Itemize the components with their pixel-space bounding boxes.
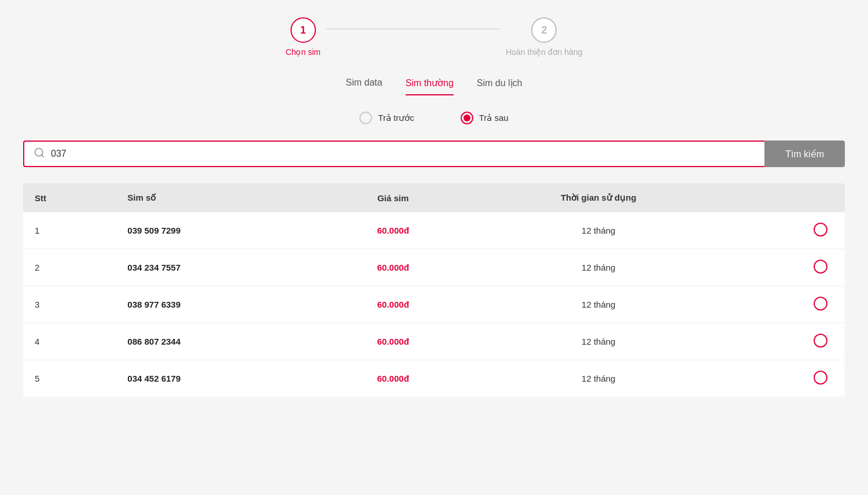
cell-select[interactable] [730, 212, 845, 249]
cell-gia-sim: 60.000đ [319, 323, 466, 360]
radio-tra-sau-label: Trả sau [479, 113, 509, 123]
sim-table-container: Stt Sim số Giá sim Thời gian sử dụng 1 0… [23, 183, 845, 397]
sim-type-tabs: Sim data Sim thường Sim du lịch [23, 77, 845, 95]
radio-tra-truoc[interactable]: Trả trước [359, 112, 414, 124]
cell-stt: 4 [23, 323, 116, 360]
cell-gia-sim: 60.000đ [319, 360, 466, 397]
step-2: 2 Hoàn thiện đơn hàng [506, 17, 582, 57]
cell-thoi-gian: 12 tháng [466, 212, 730, 249]
tab-sim-data[interactable]: Sim data [346, 77, 382, 95]
row-radio-5[interactable] [814, 371, 827, 385]
cell-sim-so: 038 977 6339 [116, 286, 319, 323]
step-2-label: Hoàn thiện đơn hàng [506, 47, 582, 57]
col-thoi-gian: Thời gian sử dụng [466, 183, 730, 212]
cell-select[interactable] [730, 249, 845, 286]
col-sim-so: Sim số [116, 183, 319, 212]
step-1-circle: 1 [290, 17, 316, 43]
cell-sim-so: 034 452 6179 [116, 360, 319, 397]
cell-gia-sim: 60.000đ [319, 249, 466, 286]
cell-thoi-gian: 12 tháng [466, 323, 730, 360]
table-header-row: Stt Sim số Giá sim Thời gian sử dụng [23, 183, 845, 212]
table-row[interactable]: 1 039 509 7299 60.000đ 12 tháng [23, 212, 845, 249]
cell-stt: 5 [23, 360, 116, 397]
tab-sim-thuong[interactable]: Sim thường [406, 77, 454, 95]
row-radio-1[interactable] [814, 223, 827, 237]
step-1: 1 Chọn sim [286, 17, 321, 57]
radio-tra-sau-inner [464, 114, 470, 121]
radio-tra-sau[interactable]: Trả sau [461, 112, 509, 124]
col-stt: Stt [23, 183, 116, 212]
search-input[interactable] [51, 142, 755, 166]
cell-gia-sim: 60.000đ [319, 286, 466, 323]
radio-tra-truoc-circle [359, 112, 372, 124]
step-2-circle: 2 [531, 17, 557, 43]
col-select [730, 183, 845, 212]
table-row[interactable]: 3 038 977 6339 60.000đ 12 tháng [23, 286, 845, 323]
cell-stt: 3 [23, 286, 116, 323]
sim-table: Stt Sim số Giá sim Thời gian sử dụng 1 0… [23, 183, 845, 397]
cell-stt: 2 [23, 249, 116, 286]
cell-gia-sim: 60.000đ [319, 212, 466, 249]
step-2-number: 2 [541, 24, 547, 36]
search-button[interactable]: Tìm kiếm [764, 141, 845, 167]
cell-thoi-gian: 12 tháng [466, 286, 730, 323]
table-row[interactable]: 5 034 452 6179 60.000đ 12 tháng [23, 360, 845, 397]
step-1-number: 1 [300, 24, 306, 36]
tab-sim-du-lich[interactable]: Sim du lịch [477, 77, 523, 95]
cell-thoi-gian: 12 tháng [466, 249, 730, 286]
cell-stt: 1 [23, 212, 116, 249]
cell-select[interactable] [730, 360, 845, 397]
row-radio-2[interactable] [814, 260, 827, 274]
cell-select[interactable] [730, 286, 845, 323]
cell-sim-so: 034 234 7557 [116, 249, 319, 286]
step-1-label: Chọn sim [286, 47, 321, 57]
cell-sim-so: 086 807 2344 [116, 323, 319, 360]
cell-select[interactable] [730, 323, 845, 360]
cell-sim-so: 039 509 7299 [116, 212, 319, 249]
search-container: Tìm kiếm [23, 141, 845, 167]
svg-line-1 [42, 154, 44, 157]
payment-type-group: Trả trước Trả sau [23, 112, 845, 124]
col-gia-sim: Giá sim [319, 183, 466, 212]
search-input-wrapper [23, 141, 764, 167]
radio-tra-sau-circle [461, 112, 473, 124]
stepper: 1 Chọn sim 2 Hoàn thiện đơn hàng [23, 17, 845, 57]
row-radio-3[interactable] [814, 297, 827, 311]
search-icon [34, 147, 45, 161]
cell-thoi-gian: 12 tháng [466, 360, 730, 397]
table-row[interactable]: 4 086 807 2344 60.000đ 12 tháng [23, 323, 845, 360]
radio-tra-truoc-label: Trả trước [378, 113, 414, 123]
row-radio-4[interactable] [814, 334, 827, 348]
table-row[interactable]: 2 034 234 7557 60.000đ 12 tháng [23, 249, 845, 286]
step-connector [326, 28, 500, 29]
